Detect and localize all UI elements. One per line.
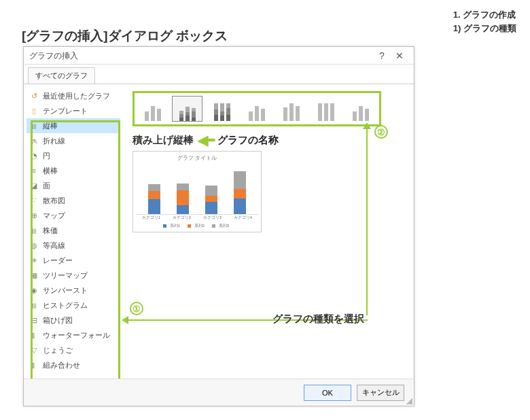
bar-icon: ≡ (29, 167, 39, 175)
funnel-icon: ▽ (29, 346, 39, 355)
subtype-clustered-column[interactable] (137, 96, 168, 122)
xlabel: カテゴリ2 (173, 215, 191, 221)
subtype-3d-100pct-stacked-column[interactable] (311, 96, 342, 122)
recent-icon: ↺ (29, 92, 39, 101)
preview-col (177, 183, 189, 214)
subtype-stacked-column[interactable] (172, 96, 202, 122)
sidebar-item-label: テンプレート (43, 106, 88, 116)
header-line-1: 1. グラフの作成 (453, 8, 516, 22)
callout-1: ① (130, 302, 143, 315)
subtype-3d-clustered-column[interactable] (241, 96, 272, 122)
line-icon: ⩕ (29, 137, 39, 145)
dialog-footer: OK キャンセル (24, 379, 414, 406)
stock-icon: ⫼ (29, 226, 39, 234)
annotation-select-type: グラフの種類を選択 (272, 313, 364, 326)
sidebar-item-histogram[interactable]: ⫼ヒストグラム (26, 298, 120, 313)
sidebar-item-scatter[interactable]: ∵散布図 (26, 193, 120, 208)
subtype-3d-column[interactable] (346, 96, 376, 122)
help-button[interactable]: ? (373, 47, 391, 65)
page-section-header: 1. グラフの作成 1) グラフの種類 (453, 8, 516, 35)
subtype-100pct-stacked-column[interactable] (207, 96, 237, 122)
scatter-icon: ∵ (29, 196, 39, 205)
xlabel: カテゴリ1 (142, 215, 160, 221)
sidebar-item-radar[interactable]: ✳レーダー (26, 253, 120, 268)
tab-strip: すべてのグラフ (24, 65, 414, 84)
sidebar-item-line[interactable]: ⩕折れ線 (26, 133, 120, 148)
sidebar-item-label: 最近使用したグラフ (43, 91, 110, 101)
arrow-vertical-icon (366, 128, 368, 315)
preview-col (148, 184, 160, 214)
sidebar-item-stock[interactable]: ⫼株価 (26, 223, 120, 238)
sidebar-item-bar[interactable]: ≡横棒 (26, 163, 120, 178)
waterfall-icon: ⫿ (29, 331, 39, 339)
tab-all-charts[interactable]: すべてのグラフ (28, 67, 95, 84)
sidebar-item-label: 箱ひげ図 (43, 315, 73, 326)
callout-2: ② (374, 125, 388, 139)
resize-handle[interactable] (406, 398, 412, 404)
sidebar-item-label: 株価 (43, 226, 58, 236)
surface-icon: ◍ (29, 241, 39, 250)
close-button[interactable]: ✕ (391, 47, 408, 65)
sidebar-item-column[interactable]: ⫼縦棒 (26, 118, 120, 133)
sidebar-item-combo[interactable]: ⫿組み合わせ (26, 357, 120, 372)
insert-chart-dialog: グラフの挿入 ? ✕ すべてのグラフ ↺最近使用したグラフ ▯テンプレート ⫼縦… (23, 46, 414, 406)
dialog-body: ↺最近使用したグラフ ▯テンプレート ⫼縦棒 ⩕折れ線 ◔円 ≡横棒 ◪面 ∵散… (24, 84, 414, 392)
sidebar-item-sunburst[interactable]: ◉サンバースト (26, 283, 120, 298)
subtype-3d-stacked-column[interactable] (277, 96, 307, 122)
sidebar-item-label: レーダー (43, 256, 73, 266)
preview-legend: 系列1 系列2 系列3 (136, 223, 258, 229)
histogram-icon: ⫼ (29, 301, 39, 309)
preview-col (234, 171, 246, 214)
sunburst-icon: ◉ (29, 286, 39, 295)
page-title: [グラフの挿入]ダイアログ ボックス (22, 27, 228, 45)
sidebar-item-waterfall[interactable]: ⫿ウォーターフォール (26, 328, 120, 343)
sidebar-item-boxwhisker[interactable]: ⊟箱ひげ図 (26, 313, 120, 328)
preview-title: グラフ タイトル (136, 154, 258, 162)
annotation-chart-name: グラフの名称 (217, 134, 279, 147)
preview-chart-area (136, 162, 258, 215)
xlabel: カテゴリ3 (203, 215, 222, 221)
sidebar-item-label: 面 (43, 181, 50, 191)
template-icon: ▯ (29, 107, 39, 116)
dialog-titlebar: グラフの挿入 ? ✕ (24, 47, 414, 65)
sidebar-item-treemap[interactable]: ▦ツリーマップ (26, 268, 120, 283)
boxwhisker-icon: ⊟ (29, 316, 39, 325)
sidebar-item-area[interactable]: ◪面 (26, 178, 120, 193)
sidebar-item-map[interactable]: ⊕マップ (26, 208, 120, 223)
sidebar-item-surface[interactable]: ◍等高線 (26, 238, 120, 253)
sidebar-item-label: 縦棒 (43, 121, 58, 131)
sidebar-item-label: 組み合わせ (43, 360, 80, 370)
chart-subtype-name: 積み上げ縦棒 (132, 134, 194, 147)
chart-subtype-area: 積み上げ縦棒 ◀━ グラフの名称 グラフ タイトル カテゴリ1 カテゴリ2 カテ… (126, 84, 414, 392)
treemap-icon: ▦ (29, 271, 39, 280)
dialog-title: グラフの挿入 (29, 47, 78, 65)
sidebar-item-label: マップ (43, 211, 65, 221)
legend-item: 系列2 (194, 224, 205, 228)
sidebar-item-label: 折れ線 (43, 136, 65, 146)
sidebar-item-label: じょうご (43, 345, 73, 355)
column-icon: ⫼ (29, 122, 39, 130)
preview-x-labels: カテゴリ1 カテゴリ2 カテゴリ3 カテゴリ4 (136, 215, 258, 221)
radar-icon: ✳ (29, 256, 39, 265)
sidebar-item-label: ウォーターフォール (43, 330, 110, 340)
combo-icon: ⫿ (29, 361, 39, 369)
sidebar-item-label: 等高線 (43, 241, 65, 251)
arrow-left-icon: ◀━ (198, 132, 213, 148)
chart-preview[interactable]: グラフ タイトル カテゴリ1 カテゴリ2 カテゴリ3 カテゴリ4 系列1 系列2 (132, 151, 262, 232)
sidebar-item-recent[interactable]: ↺最近使用したグラフ (26, 88, 120, 103)
legend-item: 系列3 (219, 224, 229, 228)
sidebar-item-label: ヒストグラム (43, 300, 88, 311)
sidebar-item-label: 横棒 (43, 166, 58, 176)
ok-button[interactable]: OK (304, 385, 351, 401)
sidebar-item-label: ツリーマップ (43, 270, 88, 281)
xlabel: カテゴリ4 (234, 215, 252, 221)
cancel-button[interactable]: キャンセル (357, 385, 404, 401)
sidebar-item-funnel[interactable]: ▽じょうご (26, 343, 120, 357)
sidebar-item-template[interactable]: ▯テンプレート (26, 103, 120, 118)
preview-col (205, 186, 217, 214)
chart-type-sidebar: ↺最近使用したグラフ ▯テンプレート ⫼縦棒 ⩕折れ線 ◔円 ≡横棒 ◪面 ∵散… (24, 84, 123, 392)
pie-icon: ◔ (29, 152, 39, 160)
sidebar-item-label: サンバースト (43, 285, 88, 296)
sidebar-item-pie[interactable]: ◔円 (26, 148, 120, 163)
subtype-thumb-row (132, 91, 381, 126)
